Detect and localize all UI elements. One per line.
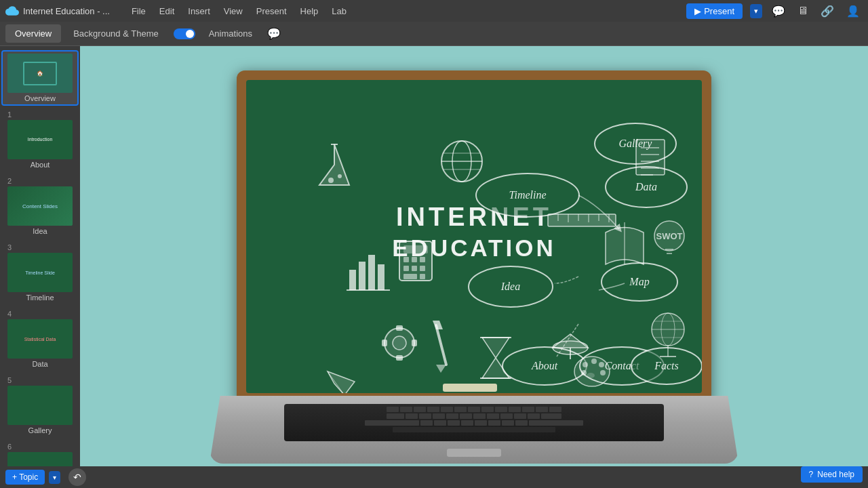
svg-point-6 (595, 123, 676, 164)
key (536, 407, 548, 412)
svg-point-59 (384, 328, 414, 358)
svg-rect-39 (378, 264, 384, 290)
menu-lab[interactable]: Lab (326, 5, 352, 18)
menu-view[interactable]: View (218, 5, 248, 18)
sidebar-item-gallery[interactable]: 5 Gallery (3, 374, 77, 436)
svg-rect-61 (396, 325, 403, 331)
right-actions: ▶ Present ▾ 💬 🖥 🔗 👤 (686, 3, 863, 19)
svg-marker-71 (553, 334, 588, 348)
app-title: Internet Education - ... (23, 6, 110, 16)
key (481, 407, 494, 412)
chat-icon[interactable]: 💬 (769, 3, 788, 19)
slide-thumb-3: Timeline Slide (7, 253, 73, 292)
chalkboard: INTERNET EDUCATION Timeline Data Gallery (246, 80, 702, 393)
tab-animations[interactable]: Animations (199, 24, 262, 43)
svg-text:Idea: Idea (500, 281, 520, 292)
svg-point-4 (606, 167, 687, 207)
key (427, 407, 439, 412)
present-dropdown-button[interactable]: ▾ (750, 4, 762, 18)
account-icon[interactable]: 👤 (844, 3, 863, 19)
app-logo: Internet Education - ... (5, 4, 110, 18)
add-topic-dropdown[interactable]: ▾ (49, 471, 60, 484)
sidebar: 🏠 Overview 1 Introduction About 2 Conten… (0, 46, 80, 488)
svg-rect-30 (420, 257, 425, 262)
svg-text:SWOT: SWOT (656, 231, 683, 241)
svg-marker-66 (433, 321, 443, 329)
key (549, 407, 561, 412)
slide-thumb-5 (7, 386, 73, 425)
overview-icon: 🏠 (23, 62, 57, 85)
svg-text:About: About (531, 360, 558, 371)
need-help-label: Need help (817, 470, 854, 479)
key (541, 413, 561, 419)
svg-text:Facts: Facts (654, 360, 679, 371)
svg-rect-64 (412, 340, 417, 346)
svg-text:INTERNET: INTERNET (396, 203, 552, 231)
svg-rect-29 (412, 257, 417, 262)
key (365, 420, 419, 426)
tab-background-theme[interactable]: Background & Theme (64, 24, 168, 43)
cloud-icon (5, 4, 19, 18)
svg-point-8 (469, 266, 553, 307)
svg-text:Data: Data (635, 181, 657, 192)
need-help-button[interactable]: ? Need help (801, 466, 863, 483)
bottom-bar: + Topic ▾ ↶ (0, 466, 868, 488)
sidebar-item-overview[interactable]: 🏠 Overview (3, 52, 77, 104)
animations-toggle[interactable] (174, 28, 195, 39)
sidebar-label-idea: Idea (33, 227, 47, 235)
key (454, 407, 467, 412)
svg-text:Gallery: Gallery (619, 138, 653, 150)
svg-point-78 (581, 370, 587, 375)
svg-point-74 (583, 362, 588, 367)
svg-point-81 (661, 313, 675, 346)
svg-rect-32 (412, 266, 417, 271)
share-icon[interactable]: 🔗 (818, 3, 837, 19)
svg-line-88 (328, 371, 344, 393)
thumb-1-text: Introduction (26, 136, 54, 144)
svg-point-76 (599, 362, 604, 367)
slide-thumb-1: Introduction (7, 120, 73, 159)
menu-edit[interactable]: Edit (154, 5, 180, 18)
present-button[interactable]: ▶ Present (686, 3, 743, 19)
sidebar-item-data[interactable]: 4 Statistical Data Data (3, 308, 77, 370)
sidebar-label-timeline: Timeline (26, 293, 54, 302)
comment-icon[interactable]: 💬 (267, 27, 281, 40)
key (433, 413, 445, 419)
key (419, 413, 431, 419)
svg-point-12 (502, 347, 587, 385)
svg-text:Map: Map (629, 276, 649, 288)
laptop-screen: INTERNET EDUCATION Timeline Data Gallery (237, 70, 711, 403)
tab-bar: Overview Background & Theme Animations 💬 (0, 22, 868, 46)
svg-point-14 (580, 347, 664, 385)
thumb-4-text: Statistical Data (23, 336, 58, 343)
key (522, 407, 534, 412)
svg-point-55 (654, 221, 684, 251)
sidebar-item-timeline[interactable]: 3 Timeline Slide Timeline (3, 241, 77, 304)
menu-insert[interactable]: Insert (182, 5, 216, 18)
slide-thumb-4: Statistical Data (7, 319, 73, 359)
sidebar-item-idea[interactable]: 2 Content Slides Idea (3, 175, 77, 237)
chalk-drawings-svg: INTERNET EDUCATION Timeline Data Gallery (246, 80, 702, 393)
key (473, 413, 486, 419)
key (529, 420, 583, 426)
svg-rect-31 (403, 266, 409, 271)
tab-overview[interactable]: Overview (5, 24, 61, 43)
svg-point-2 (476, 174, 579, 217)
svg-point-77 (600, 370, 606, 375)
menu-present[interactable]: Present (251, 5, 292, 18)
svg-marker-87 (328, 371, 355, 393)
sidebar-item-about[interactable]: 1 Introduction About (3, 108, 77, 171)
menu-help[interactable]: Help (295, 5, 324, 18)
key (446, 413, 458, 419)
menu-file[interactable]: File (126, 5, 151, 18)
key (400, 407, 412, 412)
add-topic-button[interactable]: + Topic (5, 470, 45, 485)
slide-num-3: 3 (7, 243, 12, 251)
slide-thumb-overview: 🏠 (7, 54, 73, 93)
key (500, 413, 513, 419)
monitor-icon[interactable]: 🖥 (795, 3, 811, 18)
help-circle-icon: ? (809, 470, 814, 479)
thumb-3-text: Timeline Slide (24, 269, 56, 277)
back-button[interactable]: ↶ (68, 468, 86, 486)
svg-point-19 (452, 141, 471, 182)
